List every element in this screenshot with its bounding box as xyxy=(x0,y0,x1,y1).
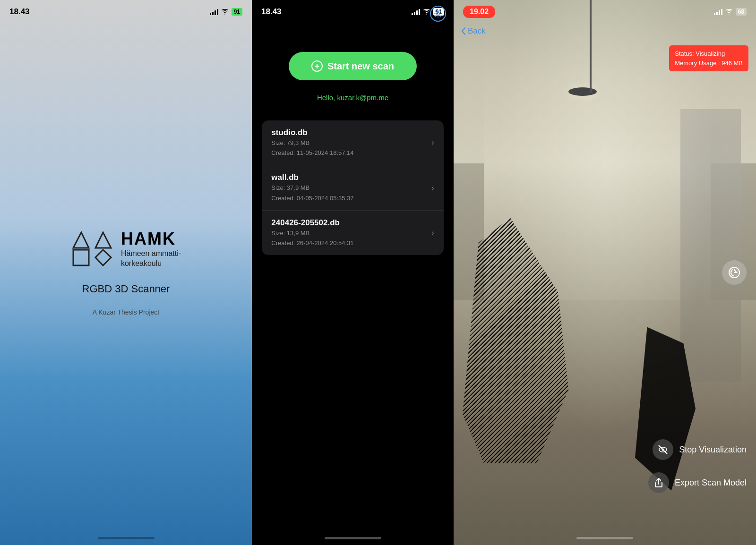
signal-icon-viz xyxy=(714,9,722,15)
status-bar-main: 18.43 91 xyxy=(252,0,454,24)
scan-item-2[interactable]: 240426-205502.db Size: 13,9 MB Created: … xyxy=(262,211,443,255)
wifi-icon-main xyxy=(423,9,430,15)
hamk-subtitle-line1: Hämeen ammatti- xyxy=(121,249,181,259)
splash-screen: 18.43 91 xyxy=(0,0,252,545)
svg-point-4 xyxy=(437,12,439,15)
share-icon xyxy=(653,477,664,488)
status-time-splash: 18.43 xyxy=(9,7,30,17)
export-icon xyxy=(648,472,669,493)
chevron-right-icon-0: › xyxy=(431,138,434,147)
svg-line-8 xyxy=(659,445,667,454)
battery-badge-viz: 68 xyxy=(736,8,747,16)
scan-item-size-0: Size: 79,3 MB xyxy=(271,139,353,147)
home-indicator-splash xyxy=(98,537,155,539)
scan-item-size-1: Size: 37,9 MB xyxy=(271,184,353,192)
visualization-screen: 19.02 68 Back Status: Visualizing Memory… xyxy=(454,0,756,545)
eye-off-icon xyxy=(657,444,669,455)
status-icons-viz: 68 xyxy=(714,8,747,16)
status-time-main: 18.43 xyxy=(261,7,282,17)
plus-circle-icon: + xyxy=(311,60,323,72)
svg-marker-3 xyxy=(95,250,111,265)
thesis-tagline: A Kuzar Thesis Project xyxy=(93,308,159,316)
chevron-right-icon-2: › xyxy=(431,229,434,237)
splash-logo-area: HAMK Hämeen ammatti- korkeakoulu RGBD 3D… xyxy=(71,229,181,316)
ceiling-light xyxy=(568,87,597,96)
svg-marker-1 xyxy=(95,232,111,248)
home-indicator-viz xyxy=(576,537,633,539)
gear-icon xyxy=(434,9,442,18)
app-title-splash: RGBD 3D Scanner xyxy=(82,283,170,295)
wifi-icon-splash xyxy=(221,9,229,15)
scan-item-name-1: wall.db xyxy=(271,173,353,182)
back-chevron-icon xyxy=(461,27,466,35)
status-time-viz: 19.02 xyxy=(463,6,495,18)
scan-item-created-1: Created: 04-05-2024 05:35:37 xyxy=(271,194,353,203)
status-bar-splash: 18.43 91 xyxy=(0,0,252,24)
home-indicator-main xyxy=(325,537,381,539)
scan-item-name-2: 240426-205502.db xyxy=(271,218,353,228)
scans-list: studio.db Size: 79,3 MB Created: 11-05-2… xyxy=(262,120,443,255)
export-scan-label: Export Scan Model xyxy=(675,478,747,488)
signal-icon-splash xyxy=(210,9,218,15)
hamk-title: HAMK xyxy=(121,229,181,249)
replay-icon xyxy=(728,266,741,279)
replay-button[interactable] xyxy=(722,260,747,285)
scan-item-size-2: Size: 13,9 MB xyxy=(271,229,353,238)
scan-item-created-0: Created: 11-05-2024 18:57:14 xyxy=(271,149,353,157)
scan-item-1[interactable]: wall.db Size: 37,9 MB Created: 04-05-202… xyxy=(262,165,443,210)
start-scan-label: Start new scan xyxy=(327,61,394,72)
start-scan-button[interactable]: + Start new scan xyxy=(289,52,417,80)
status-overlay: Status: Visualizing Memory Usage : 946 M… xyxy=(669,45,748,71)
hamk-logo-icon xyxy=(71,230,113,268)
back-label: Back xyxy=(468,26,486,36)
stop-visualization-button[interactable]: Stop Visualization xyxy=(653,439,747,460)
chevron-right-icon-1: › xyxy=(431,184,434,192)
svg-marker-0 xyxy=(73,232,89,248)
battery-badge-splash: 91 xyxy=(232,8,242,16)
hamk-text-block: HAMK Hämeen ammatti- korkeakoulu xyxy=(121,229,181,269)
status-icons-splash: 91 xyxy=(210,8,242,16)
hamk-subtitle-line2: korkeakoulu xyxy=(121,259,181,269)
status-bar-viz: 19.02 68 xyxy=(454,0,756,24)
back-button[interactable]: Back xyxy=(461,26,486,36)
greeting-text: Hello, kuzar.k@pm.me xyxy=(317,94,388,102)
scan-item-created-2: Created: 26-04-2024 20:54:31 xyxy=(271,239,353,247)
settings-button[interactable] xyxy=(430,6,446,22)
scan-item-0[interactable]: studio.db Size: 79,3 MB Created: 11-05-2… xyxy=(262,120,443,165)
signal-icon-main xyxy=(412,9,420,15)
stop-viz-icon xyxy=(653,439,673,460)
export-scan-button[interactable]: Export Scan Model xyxy=(648,472,747,493)
status-overlay-line2: Memory Usage : 946 MB xyxy=(675,59,743,68)
wifi-icon-viz xyxy=(725,9,733,15)
scan-item-info-1: wall.db Size: 37,9 MB Created: 04-05-202… xyxy=(271,173,353,202)
stop-visualization-label: Stop Visualization xyxy=(679,445,747,455)
main-screen: 18.43 91 + Start new scan Hello, kuzar.k… xyxy=(252,0,454,545)
scan-item-info-0: studio.db Size: 79,3 MB Created: 11-05-2… xyxy=(271,128,353,157)
status-overlay-line1: Status: Visualizing xyxy=(675,49,743,59)
scan-item-info-2: 240426-205502.db Size: 13,9 MB Created: … xyxy=(271,218,353,247)
hamk-logo: HAMK Hämeen ammatti- korkeakoulu xyxy=(71,229,181,269)
scan-item-name-0: studio.db xyxy=(271,128,353,137)
svg-rect-2 xyxy=(73,250,89,265)
